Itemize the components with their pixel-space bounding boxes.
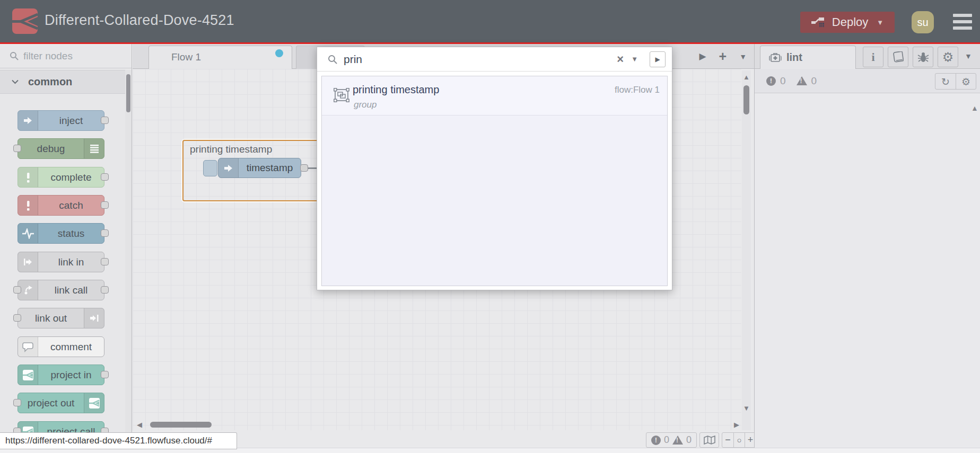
output-port[interactable] [101, 117, 109, 124]
palette-node-comment[interactable]: comment [18, 336, 104, 357]
canvas-footer-controls: ! 0 0 − ○ + [646, 432, 756, 448]
add-flow-button[interactable]: + [719, 49, 727, 64]
palette-node-label: project in [38, 369, 104, 381]
palette-node-project-out[interactable]: project out [18, 393, 104, 413]
error-circle-icon: ! [766, 76, 776, 86]
node-output-port[interactable] [300, 164, 308, 172]
palette-category-common[interactable]: common [0, 70, 125, 94]
search-results: printing timestamp flow:Flow 1 group [321, 76, 668, 286]
help-tab-button[interactable] [888, 47, 908, 67]
menu-bar-icon [953, 14, 972, 17]
sidebar-menu-caret-icon[interactable]: ▼ [965, 52, 972, 60]
tab-label: Flow 1 [171, 51, 201, 63]
browser-status-url: https://different-collared-dove-4521.flo… [0, 432, 237, 449]
palette-node-complete[interactable]: complete [18, 167, 104, 188]
warning-triangle-icon [672, 436, 683, 445]
canvas-issue-badge[interactable]: ! 0 0 [646, 432, 697, 448]
scrollbar-thumb[interactable] [743, 85, 749, 114]
book-icon [893, 51, 904, 63]
bug-icon [917, 51, 929, 63]
chevron-down-icon [12, 79, 19, 84]
config-nodes-tab-button[interactable]: ⚙ [938, 47, 958, 67]
palette-node-label: link out [18, 313, 84, 324]
palette-filter[interactable] [0, 44, 132, 68]
debug-tab-button[interactable] [913, 47, 933, 67]
palette-node-inject[interactable]: inject [18, 110, 104, 131]
palette-node-status[interactable]: status [18, 223, 104, 244]
palette-node-link-out[interactable]: link out [18, 308, 104, 328]
zoom-out-button[interactable]: − [722, 433, 733, 447]
scroll-right-icon[interactable]: ▶ [734, 421, 739, 429]
scrollbar-thumb[interactable] [150, 422, 212, 428]
output-port[interactable] [101, 286, 109, 294]
inject-node-timestamp[interactable]: timestamp [218, 158, 301, 178]
scrollbar-thumb[interactable] [126, 74, 130, 112]
output-port[interactable] [101, 258, 109, 265]
palette-node-link-call[interactable]: link call [18, 280, 104, 300]
flowfuse-icon [84, 393, 104, 413]
info-tab-button[interactable]: i [863, 47, 883, 67]
tab-flow-1[interactable]: Flow 1 [148, 46, 292, 69]
palette-node-debug[interactable]: debug [18, 138, 104, 159]
deploy-icon [811, 17, 826, 28]
main-menu-button[interactable] [953, 14, 972, 30]
canvas-vertical-scrollbar[interactable]: ▲ ▼ [742, 70, 751, 430]
object-group-icon [334, 88, 349, 103]
input-port[interactable] [13, 286, 21, 294]
error-circle-icon: ! [651, 436, 661, 445]
inject-trigger-button[interactable] [203, 160, 217, 176]
input-port[interactable] [13, 314, 21, 322]
palette-node-label: catch [38, 200, 104, 211]
sidebar-scroll-up-icon[interactable]: ▲ [971, 104, 978, 112]
result-flow-label: flow:Flow 1 [615, 85, 660, 95]
lint-warning-count: 0 [811, 75, 817, 87]
lint-settings-button[interactable]: ⚙ [956, 74, 976, 89]
avatar-initials: su [917, 16, 928, 29]
tab-list-caret-icon[interactable]: ▼ [739, 52, 747, 61]
navigator-map-button[interactable] [699, 432, 719, 448]
node-red-editor: Different-Collared-Dove-4521 Deploy ▼ su [0, 0, 980, 453]
canvas-horizontal-scrollbar[interactable]: ◀ ▶ [137, 420, 741, 429]
deploy-options-caret-icon[interactable]: ▼ [877, 19, 883, 26]
refresh-button[interactable]: ↻ [935, 74, 956, 89]
palette-node-label: debug [18, 143, 84, 155]
link-out-icon [84, 308, 104, 328]
palette-node-link-in[interactable]: link in [18, 252, 104, 272]
input-port[interactable] [13, 145, 21, 152]
zoom-reset-button[interactable]: ○ [733, 433, 745, 447]
search-icon [10, 51, 19, 60]
output-port[interactable] [101, 229, 109, 237]
search-result-item[interactable]: printing timestamp flow:Flow 1 group [322, 76, 667, 116]
output-port[interactable] [101, 371, 109, 378]
palette-scrollbar[interactable]: ▼ [125, 70, 132, 448]
scroll-up-icon[interactable]: ▲ [743, 73, 750, 81]
sidebar-tab-lint[interactable]: lint [760, 46, 856, 69]
palette-node-catch[interactable]: catch [18, 195, 104, 216]
user-avatar[interactable]: su [912, 11, 934, 33]
error-count: 0 [664, 434, 669, 446]
palette-node-project-in[interactable]: project in [18, 365, 104, 385]
tab-scroll-right-icon[interactable]: ▶ [699, 51, 706, 62]
search-options-caret-icon[interactable]: ▼ [631, 55, 638, 63]
search-expand-button[interactable]: ▶ [650, 51, 666, 67]
search-input[interactable] [344, 53, 610, 66]
warning-count: 0 [686, 434, 692, 446]
tab-toolbar: ▶ + ▼ [699, 44, 747, 69]
comment-bubble-icon [18, 337, 38, 357]
clear-search-icon[interactable]: × [617, 52, 624, 66]
scroll-left-icon[interactable]: ◀ [137, 421, 142, 429]
sidebar: lint i ⚙ ▼ ! 0 0 ↻ ⚙ ▲ [754, 44, 980, 448]
sidebar-tabbar: lint i ⚙ ▼ [755, 44, 980, 69]
deploy-button[interactable]: Deploy ▼ [800, 12, 895, 33]
output-port[interactable] [101, 201, 109, 209]
exclamation-icon [18, 196, 38, 215]
input-port[interactable] [13, 399, 21, 406]
flowfuse-icon [18, 365, 38, 385]
palette-filter-input[interactable] [23, 50, 113, 62]
output-port[interactable] [101, 173, 109, 181]
scroll-down-icon[interactable]: ▼ [743, 404, 750, 412]
search-icon [328, 55, 337, 64]
header: Different-Collared-Dove-4521 Deploy ▼ su [0, 0, 980, 42]
sidebar-tab-buttons: i ⚙ [863, 47, 958, 67]
palette-node-label: status [38, 228, 104, 239]
